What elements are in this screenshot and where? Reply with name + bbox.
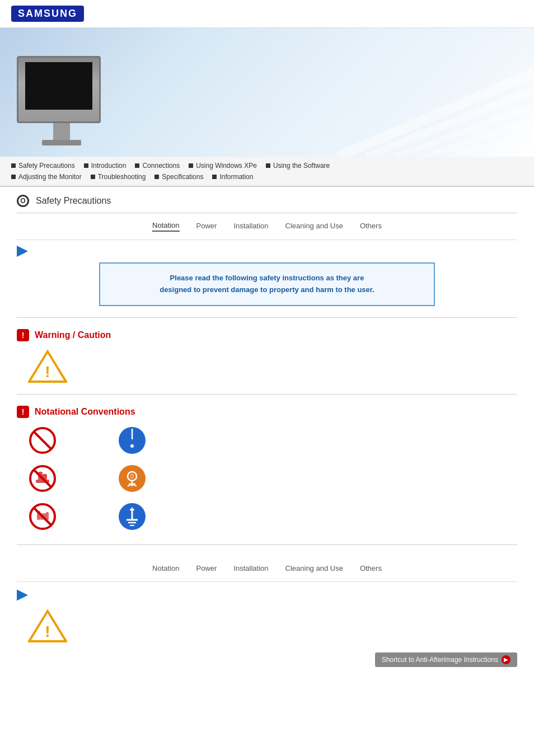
separator-3: [17, 544, 517, 545]
sub-nav-notation[interactable]: Notation: [152, 221, 179, 232]
section-warning: ! Warning / Caution: [17, 329, 517, 341]
nav-item-safety[interactable]: Safety Precautions: [11, 160, 84, 171]
nav-bullet: [212, 175, 217, 179]
samsung-logo: SAMSUNG: [11, 6, 84, 22]
svg-text:!: !: [45, 623, 50, 640]
nav-bullet: [266, 163, 270, 168]
nav-item-introduction[interactable]: Introduction: [84, 160, 135, 171]
separator-2: [17, 394, 517, 395]
hero-decoration: [254, 28, 534, 157]
sub-nav-cleaning[interactable]: Cleaning and Use: [285, 222, 343, 231]
info-box: Please read the following safety instruc…: [99, 262, 435, 306]
nav-item-adjusting[interactable]: Adjusting the Monitor: [11, 171, 91, 182]
settings-orange-icon: 0: [118, 464, 185, 495]
nav-bullet: [189, 163, 193, 168]
ground-blue-icon: [118, 502, 185, 533]
prohibition-icon-2: [28, 464, 95, 495]
svg-rect-24: [37, 511, 40, 520]
svg-rect-26: [43, 513, 46, 520]
sub-nav-bottom-installation[interactable]: Installation: [233, 564, 268, 574]
svg-text:!: !: [45, 363, 50, 381]
svg-rect-25: [40, 513, 43, 520]
sub-nav-bottom-others[interactable]: Others: [360, 564, 382, 574]
warning-exclamation-icon: !: [17, 329, 29, 341]
nav-bullet: [84, 163, 88, 168]
page-title-bar: O Safety Precautions: [17, 187, 517, 213]
sub-nav-installation[interactable]: Installation: [233, 222, 268, 231]
nav-row-2: Adjusting the Monitor Troubleshooting Sp…: [11, 171, 523, 182]
page-content: O Safety Precautions Notation Power Inst…: [0, 187, 534, 678]
nav-item-windows[interactable]: Using Windows XPe: [189, 160, 266, 171]
bottom-section: Shortcut to Anti-Afterimage Instructions…: [17, 647, 517, 678]
hero-monitor-image: [17, 56, 106, 157]
svg-text:0: 0: [130, 473, 134, 480]
separator-1: [17, 317, 517, 318]
icon-grid: | 0: [28, 426, 517, 533]
nav-item-connections[interactable]: Connections: [135, 160, 189, 171]
prohibition-icon-3: [28, 502, 95, 533]
nav-item-info[interactable]: Information: [212, 171, 262, 182]
svg-text:|: |: [130, 427, 134, 439]
nav-item-specs[interactable]: Specifications: [154, 171, 212, 182]
sub-nav-bottom: Notation Power Installation Cleaning and…: [17, 556, 517, 582]
page-title-icon: O: [17, 195, 29, 207]
shortcut-label: Shortcut to Anti-Afterimage Instructions: [382, 656, 498, 664]
nav-bar: Safety Precautions Introduction Connecti…: [0, 157, 534, 187]
nav-bullet: [154, 175, 159, 179]
header: SAMSUNG: [0, 0, 534, 28]
nav-bullet: [135, 163, 139, 168]
nav-bullet: [11, 175, 16, 179]
hero-banner: [0, 28, 534, 157]
notational-exclamation-icon: !: [17, 406, 29, 418]
nav-row-1: Safety Precautions Introduction Connecti…: [11, 160, 523, 171]
prohibition-icon-1: [28, 426, 95, 457]
svg-rect-15: [43, 474, 47, 480]
nav-bullet: [91, 175, 95, 179]
page-title: Safety Precautions: [36, 196, 111, 206]
sub-nav-bottom-cleaning[interactable]: Cleaning and Use: [285, 564, 343, 574]
svg-rect-27: [46, 512, 49, 520]
warning-triangle-icon: !: [28, 349, 67, 383]
warning-triangle-icon-2: !: [28, 609, 67, 642]
nav-bullet: [11, 163, 16, 168]
next-arrow-button-2[interactable]: [17, 590, 28, 601]
section-warning-title: Warning / Caution: [35, 330, 111, 340]
nav-item-troubleshoot[interactable]: Troubleshooting: [91, 171, 155, 182]
section-notational-title: Notational Conventions: [35, 407, 135, 417]
exclamation-blue-icon: |: [118, 426, 185, 457]
sub-nav-bottom-power[interactable]: Power: [196, 564, 217, 574]
next-arrow-button[interactable]: [17, 246, 28, 257]
sub-nav-top: Notation Power Installation Cleaning and…: [17, 213, 517, 240]
shortcut-button[interactable]: Shortcut to Anti-Afterimage Instructions…: [375, 652, 517, 667]
sub-nav-power[interactable]: Power: [196, 222, 217, 231]
svg-rect-16: [36, 480, 49, 483]
info-box-text: Please read the following safety instruc…: [117, 273, 417, 296]
svg-point-11: [130, 444, 134, 448]
sub-nav-others[interactable]: Others: [360, 222, 382, 231]
nav-item-software[interactable]: Using the Software: [266, 160, 339, 171]
section-notational: ! Notational Conventions: [17, 406, 517, 418]
sub-nav-bottom-notation[interactable]: Notation: [152, 564, 179, 574]
svg-line-8: [34, 431, 51, 449]
svg-rect-14: [38, 472, 43, 480]
shortcut-arrow-icon: ▶: [502, 655, 510, 664]
